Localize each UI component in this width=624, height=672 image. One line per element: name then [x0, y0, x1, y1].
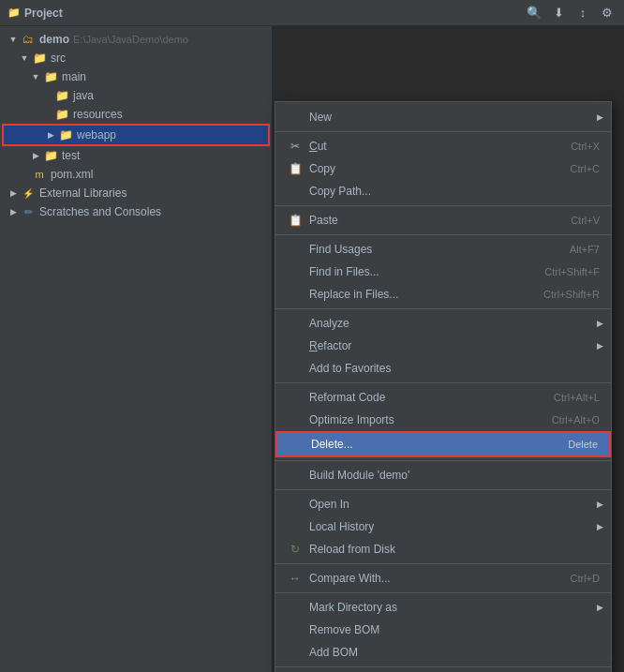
menu-label-find-usages: Find Usages [309, 243, 551, 256]
new-icon [287, 110, 304, 125]
toolbar-icon-3[interactable]: ↕ [573, 4, 592, 22]
reformat-shortcut: Ctrl+Alt+L [554, 392, 600, 403]
separator-4 [275, 308, 611, 309]
menu-item-compare[interactable]: ↔ Compare With... Ctrl+D [275, 567, 611, 590]
menu-item-add-bom[interactable]: Add BOM [275, 641, 611, 664]
java-folder-icon: 📁 [54, 88, 69, 103]
separator-5 [275, 382, 611, 383]
menu-item-mark-dir[interactable]: Mark Directory as [275, 596, 611, 619]
separator-9 [275, 592, 611, 593]
tree-arrow-resources [41, 109, 52, 120]
menu-item-build-module[interactable]: Build Module 'demo' [275, 464, 611, 486]
menu-item-favorites[interactable]: Add to Favorites [275, 357, 611, 380]
menu-item-replace-files[interactable]: Replace in Files... Ctrl+Shift+R [275, 283, 611, 306]
project-icon: 📁 [7, 7, 21, 19]
analyze-icon [287, 316, 304, 331]
tree-item-pom[interactable]: m pom.xml [0, 165, 272, 184]
tree-item-external-libs[interactable]: ⚡ External Libraries [0, 184, 272, 202]
tree-arrow-java [41, 90, 52, 101]
copy-shortcut: Ctrl+C [571, 163, 600, 174]
add-bom-icon [287, 645, 304, 660]
tree-item-main[interactable]: 📁 main [0, 67, 272, 86]
menu-item-remove-bom[interactable]: Remove BOM [275, 619, 611, 641]
main-folder-icon: 📁 [43, 69, 58, 84]
panel-title: 📁 Project [7, 7, 63, 20]
menu-item-new[interactable]: New [275, 106, 611, 128]
tree-arrow-src [19, 52, 30, 64]
menu-item-reformat[interactable]: Reformat Code Ctrl+Alt+L [275, 386, 611, 409]
menu-item-paste[interactable]: 📋 Paste Ctrl+V [275, 209, 611, 231]
menu-label-local-history: Local History [309, 520, 600, 533]
tree-item-demo[interactable]: 🗂 demo E:\Java\JavaDemo\demo [0, 30, 272, 49]
menu-label-copy: Copy [309, 162, 552, 175]
mark-dir-icon [287, 600, 304, 615]
menu-item-analyze[interactable]: Analyze [275, 312, 611, 335]
tree-arrow-test [30, 150, 41, 161]
menu-item-copy[interactable]: 📋 Copy Ctrl+C [275, 157, 611, 180]
src-folder-icon: 📁 [32, 51, 47, 66]
tree-label-resources: resources [73, 108, 123, 121]
file-tree: 🗂 demo E:\Java\JavaDemo\demo 📁 src 📁 mai… [0, 26, 272, 225]
paste-icon: 📋 [287, 213, 304, 228]
project-folder-icon: 🗂 [21, 32, 36, 47]
tree-label-test: test [62, 149, 80, 162]
menu-label-open-in: Open In [309, 498, 600, 511]
cut-icon: ✂ [287, 139, 304, 154]
tree-item-resources[interactable]: 📁 resources [0, 105, 272, 124]
compare-shortcut: Ctrl+D [571, 573, 600, 584]
delete-icon [289, 437, 305, 452]
top-toolbar: 🔍 ⬇ ↕ ⚙ [272, 0, 624, 26]
replace-files-icon [287, 287, 304, 302]
replace-files-shortcut: Ctrl+Shift+R [543, 289, 600, 300]
separator-10 [275, 666, 611, 667]
delete-shortcut: Delete [568, 439, 598, 450]
tree-label-pom: pom.xml [51, 168, 93, 181]
reload-icon: ↻ [287, 542, 304, 557]
separator-7 [275, 489, 611, 490]
tree-item-java[interactable]: 📁 java [0, 86, 272, 105]
tree-item-src[interactable]: 📁 src [0, 49, 272, 67]
external-libs-icon: ⚡ [21, 186, 36, 201]
context-menu: New ✂ Cut Ctrl+X 📋 Copy Ctrl+C Copy Path… [275, 101, 612, 672]
menu-label-delete: Delete... [311, 438, 549, 451]
toolbar-icon-4[interactable]: ⚙ [598, 4, 617, 22]
menu-item-refactor[interactable]: Refactor [275, 335, 611, 357]
separator-3 [275, 234, 611, 235]
menu-item-find-usages[interactable]: Find Usages Alt+F7 [275, 238, 611, 261]
menu-item-optimize[interactable]: Optimize Imports Ctrl+Alt+O [275, 409, 611, 431]
menu-label-cut: Cut [309, 140, 552, 153]
test-folder-icon: 📁 [43, 148, 58, 163]
tree-arrow-webapp [45, 129, 56, 141]
tree-item-test[interactable]: 📁 test [0, 146, 272, 165]
project-panel: 📁 Project 🗂 demo E:\Java\JavaDemo\demo 📁… [0, 0, 272, 672]
scratches-icon: ✏ [21, 204, 36, 219]
menu-label-add-bom: Add BOM [309, 646, 600, 659]
menu-item-copy-path[interactable]: Copy Path... [275, 180, 611, 202]
separator-6 [275, 460, 611, 461]
paste-shortcut: Ctrl+V [571, 215, 600, 226]
open-in-icon [287, 497, 304, 512]
toolbar-icon-2[interactable]: ⬇ [549, 4, 568, 22]
menu-label-copy-path: Copy Path... [309, 185, 600, 198]
tree-path: E:\Java\JavaDemo\demo [73, 34, 188, 45]
panel-header: 📁 Project [0, 0, 272, 26]
pom-file-icon: m [32, 167, 47, 182]
toolbar-icon-1[interactable]: 🔍 [525, 4, 543, 22]
menu-item-local-history[interactable]: Local History [275, 515, 611, 538]
copy-path-icon [287, 184, 304, 199]
menu-item-find-files[interactable]: Find in Files... Ctrl+Shift+F [275, 261, 611, 283]
optimize-shortcut: Ctrl+Alt+O [552, 414, 600, 426]
find-files-shortcut: Ctrl+Shift+F [544, 266, 600, 277]
optimize-icon [287, 412, 304, 427]
build-module-icon [287, 468, 304, 483]
tree-label-external: External Libraries [39, 187, 126, 200]
favorites-icon [287, 361, 304, 376]
tree-item-scratches[interactable]: ✏ Scratches and Consoles [0, 202, 272, 221]
tree-arrow-scratches [7, 206, 19, 217]
menu-item-cut[interactable]: ✂ Cut Ctrl+X [275, 135, 611, 157]
menu-label-reformat: Reformat Code [309, 391, 535, 404]
tree-item-webapp[interactable]: 📁 webapp [2, 124, 270, 146]
menu-item-reload[interactable]: ↻ Reload from Disk [275, 538, 611, 560]
menu-item-delete[interactable]: Delete... Delete [275, 431, 611, 457]
menu-item-open-in[interactable]: Open In [275, 493, 611, 515]
